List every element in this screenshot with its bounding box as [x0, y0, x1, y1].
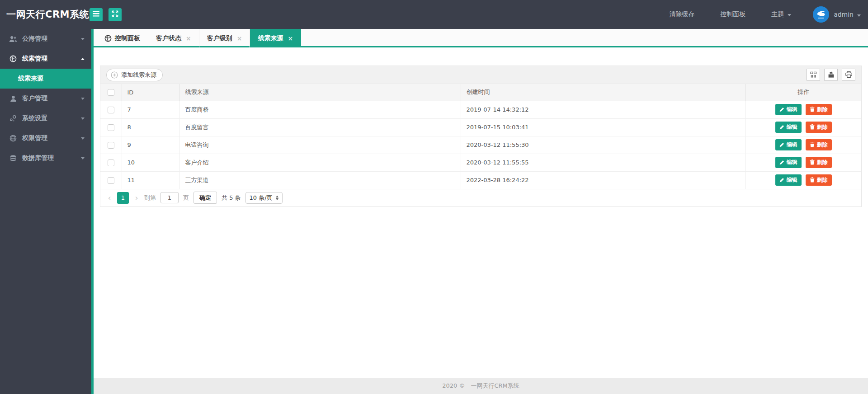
table-tools	[807, 69, 855, 81]
print-button[interactable]	[842, 69, 855, 81]
delete-button[interactable]: 删除	[806, 104, 832, 115]
export-button[interactable]	[824, 69, 838, 81]
data-panel: 添加线索来源 ID 线索来源 创建时间 操作 7百度商桥2019-07-14 1…	[100, 66, 862, 207]
sphere-icon	[9, 135, 17, 142]
tab-bar: 控制面板客户状态×客户级别×线索来源×	[94, 29, 868, 46]
sidebar-menu: 公海管理线索管理线索来源客户管理系统设置权限管理数据库管理	[0, 29, 91, 168]
top-navbar: 一网天行CRM系统 清除缓存 控制面板 主题 admin	[0, 0, 868, 29]
row-checkbox[interactable]	[108, 142, 114, 149]
row-checkbox[interactable]	[108, 124, 114, 131]
next-page-icon[interactable]: ›	[133, 194, 140, 202]
trash-icon	[810, 124, 815, 130]
row-checkbox[interactable]	[108, 107, 114, 113]
clear-cache-link[interactable]: 清除缓存	[669, 10, 694, 19]
table-row: 10客户介绍2020-03-12 11:55:55编辑删除	[100, 154, 861, 171]
main-content: 添加线索来源 ID 线索来源 创建时间 操作 7百度商桥2019-07-14 1…	[94, 47, 868, 378]
header-source: 线索来源	[179, 84, 461, 101]
delete-button[interactable]: 删除	[806, 139, 832, 150]
tab[interactable]: 客户级别×	[199, 29, 250, 47]
chevron-down-icon	[857, 14, 861, 17]
cell-id: 8	[122, 118, 179, 136]
cell-created: 2020-03-12 11:55:30	[461, 136, 745, 154]
add-lead-source-button[interactable]: 添加线索来源	[106, 69, 163, 81]
accent-vertical-line	[91, 29, 94, 394]
dashboard-link[interactable]: 控制面板	[720, 10, 745, 19]
pencil-icon	[779, 160, 784, 165]
row-checkbox[interactable]	[108, 159, 114, 166]
trash-icon	[810, 107, 815, 112]
chevron-down-icon	[81, 117, 85, 120]
sidebar-subitem[interactable]: 线索来源	[0, 69, 91, 89]
cell-source: 电话咨询	[179, 136, 461, 154]
user-icon	[9, 95, 17, 102]
tab[interactable]: 控制面板	[97, 29, 148, 47]
globe-icon	[104, 35, 112, 42]
pencil-icon	[779, 125, 784, 130]
delete-button[interactable]: 删除	[806, 122, 832, 133]
goto-page-input[interactable]	[160, 192, 179, 203]
table-header-row: ID 线索来源 创建时间 操作	[100, 84, 861, 101]
chevron-down-icon	[81, 38, 85, 40]
header-created: 创建时间	[461, 84, 745, 101]
chevron-down-icon	[81, 157, 85, 159]
header-id: ID	[122, 84, 179, 101]
delete-button[interactable]: 删除	[806, 174, 832, 186]
avatar[interactable]	[813, 6, 829, 23]
select-arrows-icon	[276, 196, 278, 200]
pencil-icon	[779, 107, 784, 112]
select-all-checkbox[interactable]	[108, 89, 114, 96]
cell-id: 10	[122, 154, 179, 171]
edit-button[interactable]: 编辑	[775, 104, 802, 115]
user-menu[interactable]: admin	[834, 11, 861, 18]
share-icon	[9, 115, 17, 122]
hamburger-icon	[93, 11, 99, 18]
navbar-right: 清除缓存 控制面板 主题 admin	[643, 6, 868, 23]
users-icon	[9, 36, 17, 42]
panel-toolbar: 添加线索来源	[100, 66, 861, 84]
sidebar-item[interactable]: 权限管理	[0, 128, 91, 148]
tab[interactable]: 客户状态×	[148, 29, 199, 47]
sidebar: 公海管理线索管理线索来源客户管理系统设置权限管理数据库管理	[0, 29, 91, 394]
expand-icon	[112, 10, 118, 19]
close-icon[interactable]: ×	[186, 35, 191, 42]
tab[interactable]: 线索来源×	[250, 29, 301, 47]
columns-icon	[810, 71, 817, 79]
row-checkbox[interactable]	[108, 177, 114, 184]
edit-button[interactable]: 编辑	[775, 157, 802, 168]
table-row: 9电话咨询2020-03-12 11:55:30编辑删除	[100, 136, 861, 154]
cell-id: 9	[122, 136, 179, 154]
fullscreen-button[interactable]	[108, 8, 122, 21]
sidebar-toggle-button[interactable]	[90, 8, 103, 21]
cell-created: 2019-07-14 14:32:12	[461, 101, 745, 118]
app-title: 一网天行CRM系统	[0, 8, 90, 21]
current-page-button[interactable]: 1	[117, 192, 129, 204]
delete-button[interactable]: 删除	[806, 157, 832, 168]
edit-button[interactable]: 编辑	[775, 139, 802, 150]
footer: 2020 © 一网天行CRM系统	[94, 378, 868, 394]
sidebar-item[interactable]: 数据库管理	[0, 148, 91, 168]
confirm-button[interactable]: 确定	[193, 192, 217, 204]
table-row: 7百度商桥2019-07-14 14:32:12编辑删除	[100, 101, 861, 118]
cell-source: 百度商桥	[179, 101, 461, 118]
sidebar-item[interactable]: 公海管理	[0, 29, 91, 49]
sidebar-item[interactable]: 系统设置	[0, 108, 91, 128]
goto-suffix-label: 页	[183, 194, 189, 202]
prev-page-icon[interactable]: ‹	[106, 194, 113, 202]
pencil-icon	[779, 142, 784, 147]
trash-icon	[810, 159, 815, 165]
globe-icon	[9, 55, 17, 62]
page-size-select[interactable]: 10 条/页	[245, 192, 283, 204]
lead-source-table: ID 线索来源 创建时间 操作 7百度商桥2019-07-14 14:32:12…	[100, 84, 861, 189]
sidebar-item[interactable]: 线索管理	[0, 49, 91, 69]
cell-created: 2022-03-28 16:24:22	[461, 171, 745, 189]
edit-button[interactable]: 编辑	[775, 174, 802, 186]
columns-button[interactable]	[807, 69, 820, 81]
chevron-down-icon	[81, 137, 85, 140]
cell-source: 客户介绍	[179, 154, 461, 171]
theme-dropdown[interactable]: 主题	[771, 10, 791, 19]
plus-circle-icon	[111, 71, 118, 79]
close-icon[interactable]: ×	[237, 35, 242, 42]
sidebar-item[interactable]: 客户管理	[0, 89, 91, 108]
edit-button[interactable]: 编辑	[775, 122, 802, 133]
close-icon[interactable]: ×	[288, 35, 293, 42]
